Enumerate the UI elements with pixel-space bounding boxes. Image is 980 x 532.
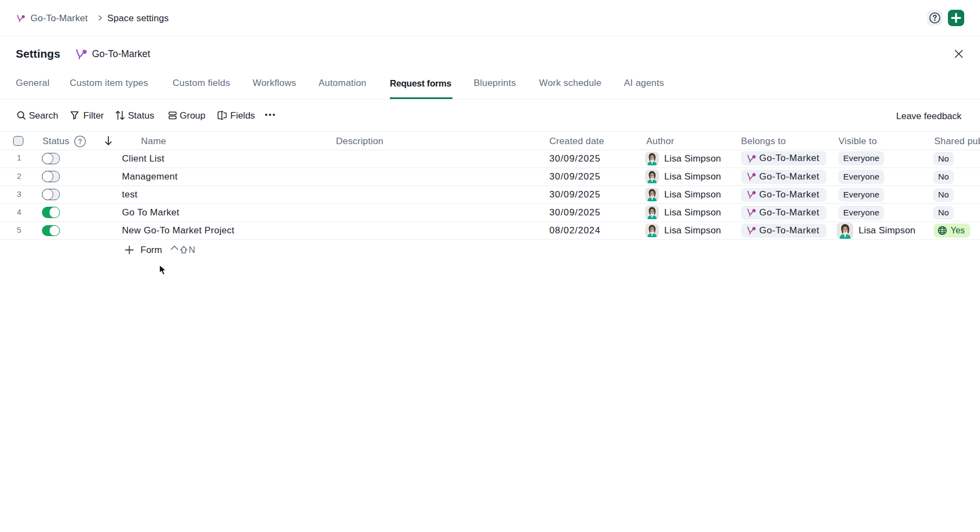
svg-text:N: N: [189, 245, 195, 255]
